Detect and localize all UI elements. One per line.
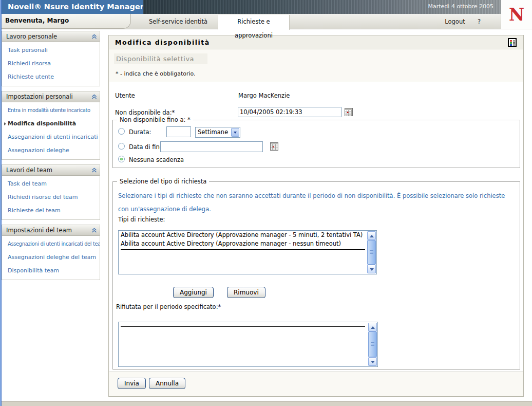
- scrollbar-thumb[interactable]: [367, 240, 376, 265]
- scrollbar-thumb[interactable]: [368, 331, 377, 357]
- section-title: Impostazioni personali: [6, 93, 73, 100]
- submit-button[interactable]: Invia: [118, 378, 146, 389]
- list-separator: [121, 326, 365, 327]
- add-button[interactable]: Aggiungi: [173, 287, 214, 298]
- sidebar-section-team-settings: Impostazioni del team Assegnazioni di ut…: [2, 225, 100, 280]
- novell-n-icon: N: [501, 0, 532, 29]
- until-fieldset-legend: Non disponibile fino a: *: [117, 116, 193, 123]
- sidebar-item-disponibilita-team[interactable]: Disponibilità team: [2, 264, 100, 278]
- user-label: Utente: [115, 92, 135, 99]
- sidebar-item-richiedi-risorsa[interactable]: Richiedi risorsa: [2, 57, 100, 70]
- double-chevron-up-icon[interactable]: [91, 228, 97, 233]
- duration-unit-select[interactable]: Settimane: [195, 127, 240, 138]
- sidebar-item-task-personali[interactable]: Task personali: [2, 44, 100, 57]
- calendar-icon[interactable]: [270, 142, 278, 151]
- section-title: Lavori del team: [6, 167, 52, 174]
- no-expiry-label: Nessuna scadenza: [129, 156, 184, 163]
- unavailable-from-input[interactable]: [238, 107, 341, 117]
- grid-red-square: [510, 40, 512, 42]
- grid-gray-square: [513, 44, 515, 46]
- tab-bar: Benvenuta, Margo Self-service identità R…: [2, 14, 501, 29]
- duration-radio[interactable]: [118, 128, 125, 135]
- grid-gray-square: [513, 40, 515, 42]
- until-fieldset: Non disponibile fino a: * Durata: Settim…: [112, 120, 520, 168]
- double-chevron-up-icon[interactable]: [91, 94, 97, 100]
- help-link[interactable]: ?: [471, 14, 487, 29]
- section-header-team-work[interactable]: Lavori del team: [2, 165, 100, 176]
- duration-unit-value: Settimane: [198, 127, 228, 137]
- cancel-button[interactable]: Annulla: [149, 378, 185, 389]
- end-date-radio[interactable]: [118, 143, 125, 150]
- sidebar-item-assegnazioni-utenti-incaricati[interactable]: Asseganzioni di utenti incaricati: [2, 131, 100, 144]
- section-header-team-settings[interactable]: Impostazioni del team: [2, 225, 100, 236]
- grid-gray-square: [513, 42, 515, 44]
- sidebar-item-assegnazioni-deleghe-team[interactable]: Assegnazioni deleghe del team: [2, 251, 100, 264]
- section-header-personal-work[interactable]: Lavoro personale: [2, 31, 100, 42]
- request-types-listbox[interactable]: Abilita account Active Directory (Approv…: [118, 230, 377, 274]
- logout-link[interactable]: Logout: [434, 14, 476, 29]
- welcome-banner: Benvenuta, Margo: [2, 14, 131, 29]
- declined-label: Rifiutata per il periodo specificato:*: [116, 303, 221, 310]
- section-subtitle: Disponibilità selettiva: [114, 53, 207, 64]
- availability-form: Utente Margo MacKenzie Non disponibile d…: [109, 82, 523, 372]
- sidebar-item-entra-modalita-incaricato[interactable]: Entra in modalità utente incaricato: [2, 104, 100, 117]
- sidebar-item-richiedi-risorse-team[interactable]: Richiedi risorse del team: [2, 191, 100, 204]
- sidebar-section-team-work: Lavori del team Task del team Richiedi r…: [2, 164, 100, 220]
- no-expiry-radio[interactable]: [118, 156, 125, 162]
- scroll-down-icon[interactable]: [368, 357, 377, 366]
- section-header-personal-settings[interactable]: Impostazioni personali: [2, 91, 100, 102]
- unavailable-from-label: Non disponibile da:*: [115, 109, 175, 116]
- portlet-grid-icon[interactable]: [508, 38, 517, 47]
- product-title: Novell® Nsure Identity Manager: [2, 0, 143, 14]
- required-note: * - indica che è obbligatorio.: [116, 70, 196, 77]
- sidebar-section-personal-work: Lavoro personale Task personali Richiedi…: [2, 31, 100, 86]
- sidebar-item-task-del-team[interactable]: Task del team: [2, 177, 100, 191]
- sidebar-item-modifica-disponibilita[interactable]: Modifica disponibilità: [2, 117, 100, 131]
- calendar-icon[interactable]: [345, 108, 353, 116]
- list-item[interactable]: Abilita account Active Directory (Approv…: [119, 231, 366, 239]
- section-title: Impostazioni del team: [6, 227, 72, 234]
- novell-logo: N: [501, 0, 532, 29]
- sidebar-item-richieste-del-team[interactable]: Richieste del team: [2, 204, 100, 217]
- duration-label: Durata:: [129, 128, 151, 136]
- tab-self-service-identity[interactable]: Self-service identità: [139, 14, 217, 29]
- portlet-header: Modifica disponibilità: [109, 36, 523, 49]
- sidebar-item-label: Modifica disponibilità: [8, 120, 76, 127]
- date-text: Martedì 4 ottobre 2005: [428, 3, 493, 10]
- sidebar-item-assegnazioni-deleghe[interactable]: Assegnazioni deleghe: [2, 144, 100, 157]
- scroll-up-icon[interactable]: [367, 231, 376, 240]
- section-title: Lavoro personale: [6, 33, 57, 40]
- declined-listbox[interactable]: [118, 322, 378, 367]
- sidebar: Lavoro personale Task personali Richiedi…: [2, 31, 100, 285]
- sidebar-item-assegnazioni-incaricati-team[interactable]: Assegnazioni di utenti incaricati del te…: [2, 237, 100, 251]
- content-panel: Modifica disponibilità Disponibilità sel…: [108, 35, 524, 397]
- grid-blue-square: [510, 44, 512, 46]
- listbox-scrollbar[interactable]: [368, 323, 377, 366]
- chevron-down-icon[interactable]: [231, 128, 239, 137]
- request-type-fieldset: Selezione del tipo di richiesta Selezion…: [112, 181, 520, 370]
- sidebar-item-richieste-utente[interactable]: Richieste utente: [2, 70, 100, 84]
- window-bottom-bar: [2, 401, 532, 406]
- active-item-arrow-icon: [4, 122, 6, 125]
- scroll-down-icon[interactable]: [367, 265, 376, 273]
- top-banner: Novell® Nsure Identity Manager Martedì 4…: [2, 0, 501, 14]
- list-separator: [121, 249, 365, 250]
- list-item[interactable]: Abilita account Active Directory (Approv…: [119, 239, 366, 248]
- remove-button[interactable]: Rimuovi: [227, 287, 265, 298]
- sidebar-section-personal-settings: Impostazioni personali Entra in modalità…: [2, 91, 100, 160]
- request-fieldset-legend: Selezione del tipo di richiesta: [117, 178, 209, 185]
- banner-texture: Martedì 4 ottobre 2005: [143, 0, 501, 14]
- duration-input[interactable]: [166, 126, 191, 137]
- end-date-input[interactable]: [160, 141, 263, 152]
- tab-requests-approvals[interactable]: Richieste e approvazioni: [218, 15, 290, 30]
- page-title: Modifica disponibilità: [109, 36, 523, 49]
- window-left-border: [0, 0, 2, 406]
- double-chevron-up-icon[interactable]: [91, 34, 97, 40]
- request-types-label: Tipi di richieste:: [118, 216, 165, 223]
- grid-green-square: [510, 42, 512, 44]
- double-chevron-up-icon[interactable]: [91, 168, 97, 173]
- scroll-up-icon[interactable]: [368, 323, 377, 331]
- listbox-scrollbar[interactable]: [367, 231, 376, 273]
- user-value: Margo MacKenzie: [238, 92, 290, 99]
- instructions-text: Selezionare i tipi di richieste che non …: [118, 189, 516, 216]
